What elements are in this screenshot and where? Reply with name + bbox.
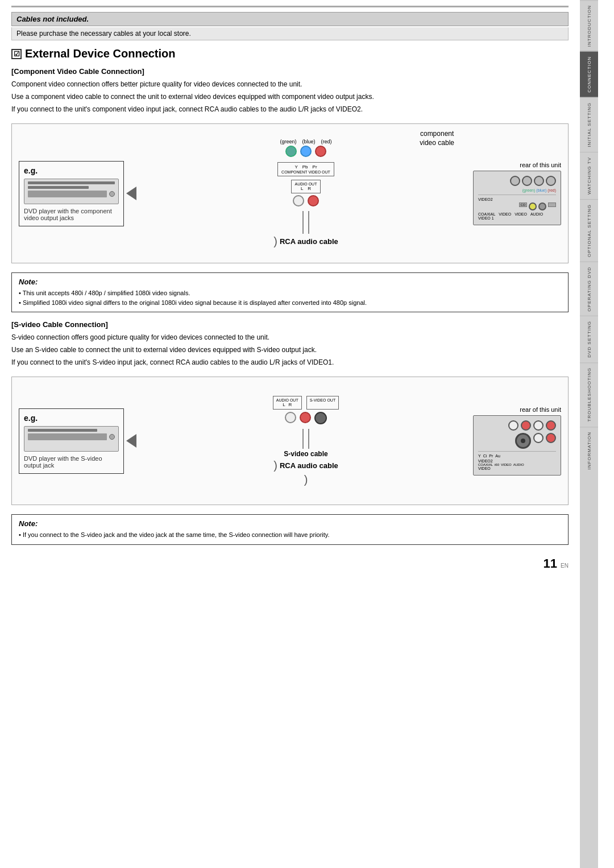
eg-label-component: e.g.	[24, 166, 119, 175]
rear-top-row	[478, 176, 556, 186]
section-checkbox-icon: ☑	[11, 49, 22, 59]
eg-box-component: e.g. DVD player with the component vi	[19, 161, 124, 226]
svideo-curved-bracket: )	[273, 459, 277, 472]
plug-blue	[300, 146, 312, 157]
r-label: R	[308, 186, 311, 191]
rca-cable-label: RCA audio cable	[280, 237, 338, 246]
y-label: Y	[294, 164, 297, 170]
audio-out-label: AUDIO OUT	[295, 182, 317, 186]
component-para2: Use a component video cable to connect t…	[11, 92, 569, 102]
svideo-out-label: S-VIDEO OUT	[310, 398, 336, 402]
svideo-heading-text: [S-video Cable Connection]	[11, 320, 108, 329]
cables-subtitle-text: Please purchase the necessary cables at …	[16, 30, 191, 38]
eg-label-svideo: e.g.	[24, 414, 119, 423]
rear-bottom-section: VIDEO2 CO COAXIALVIDEOVIDEOAUDIO VIDEO 1	[478, 195, 556, 220]
svideo-cable-lines	[302, 429, 309, 449]
component-heading-text: [Component Video Cable Connection]	[11, 67, 144, 76]
connector-blue	[300, 146, 312, 158]
note2-title: Note:	[19, 519, 561, 528]
cable-lines-down	[302, 211, 309, 234]
connector-red	[315, 146, 326, 158]
audio-out-svideo-box: AUDIO OUT L R	[273, 396, 302, 410]
dvd-player-svideo	[24, 426, 119, 452]
eg-box-svideo: e.g. DVD player with the S-video output …	[19, 408, 124, 474]
component-arrow	[126, 187, 136, 200]
curved-bracket: )	[273, 235, 277, 248]
page-number-area: 11 EN	[11, 556, 569, 571]
rear-unit-box-svideo: YCiPrAu VIDEO2 COAXIAL i60 VIDEO AUDIO V…	[473, 415, 561, 476]
note2-line: • If you connect to the S-video jack and…	[19, 530, 561, 540]
connector-white	[293, 195, 304, 208]
note-box-1: Note: • This unit accepts 480i / 480p / …	[11, 272, 569, 312]
section-heading: ☑ External Device Connection	[11, 47, 569, 60]
svideo-connector-black	[314, 412, 327, 425]
dvd-component-label: DVD player with the component video outp…	[24, 208, 119, 221]
note-box-2: Note: • If you connect to the S-video ja…	[11, 514, 569, 545]
audio-connectors	[293, 195, 319, 208]
svideo-para3: If you connect to the unit's S-video inp…	[11, 357, 569, 367]
rear-plug-1	[510, 176, 520, 186]
svideo-connector-red	[300, 412, 311, 425]
rear-color-labels: (green) (blue) (red)	[478, 188, 556, 192]
cables-banner: Cables not included.	[11, 12, 569, 26]
sidebar-information: INFORMATION	[580, 427, 598, 474]
sidebar-dvd-setting: DVD SETTING	[580, 316, 598, 362]
rear-label-component: rear of this unit	[473, 162, 561, 168]
svideo-subsection-heading: [S-video Cable Connection]	[11, 320, 569, 329]
component-connectors-top	[285, 146, 326, 158]
rear-label-svideo: rear of this unit	[473, 406, 561, 413]
cables-subtext: Please purchase the necessary cables at …	[11, 27, 569, 40]
plug-white	[293, 195, 304, 206]
rear-unit-component: rear of this unit (green) (blue)	[473, 162, 561, 225]
svideo-r-label: R	[289, 402, 292, 407]
page-locale: EN	[561, 563, 569, 569]
rear-plug-2	[522, 176, 532, 186]
rear-plug-3	[534, 176, 544, 186]
svideo-cables-center: AUDIO OUT L R S-VIDEO OUT	[139, 396, 473, 486]
svideo-connector-white	[285, 412, 296, 425]
note1-title: Note:	[19, 278, 561, 286]
cables-title: Cables not included.	[16, 15, 89, 23]
sidebar-connection: CONNECTION	[580, 51, 598, 97]
page-number: 11	[544, 556, 557, 571]
sidebar-troubleshooting: TROUBLESHOOTING	[580, 362, 598, 426]
dvd-svideo-label: DVD player with the S-video output jack	[24, 455, 119, 469]
audio-out-svideo-label: AUDIO OUT	[276, 398, 298, 402]
svideo-rear-svideo-row	[478, 433, 556, 449]
svideo-bracket-row: )	[304, 473, 308, 486]
right-sidebar: INTRODUCTION CONNECTION INITIAL SETTING …	[580, 0, 598, 868]
color-labels: (green) (blue) (red)	[280, 139, 331, 144]
svideo-boxes-row: AUDIO OUT L R S-VIDEO OUT	[273, 396, 339, 410]
plug-red2	[308, 195, 319, 206]
svideo-l-label: L	[283, 402, 285, 407]
svideo-rca-label-row: ) RCA audio cable	[273, 459, 338, 472]
l-label: L	[301, 186, 303, 191]
audio-out-box: AUDIO OUT L R	[291, 180, 321, 193]
rear-bottom-row1: CO	[478, 202, 556, 210]
pr-label: Pr	[313, 164, 317, 170]
svideo-rear-labels: YCiPrAu VIDEO2 COAXIAL i60 VIDEO AUDIO V…	[478, 451, 556, 470]
svideo-large-plug	[515, 433, 531, 449]
rear-plug-4	[546, 176, 556, 186]
sidebar-initial-setting: INITIAL SETTING	[580, 97, 598, 152]
top-decorative-line	[11, 6, 569, 7]
svideo-para1: S-video connection offers good picture q…	[11, 332, 569, 342]
svideo-plug-svideo	[314, 412, 327, 424]
component-diagram: componentvideo cable e.g.	[11, 123, 569, 263]
rear-unit-box-component: (green) (blue) (red) VIDEO2 CO	[473, 171, 561, 225]
dvd-player-illustration	[24, 179, 119, 204]
sidebar-optional-setting: OPTIONAL SETTING	[580, 199, 598, 262]
component-diagram-area: e.g. DVD player with the component vi	[19, 131, 561, 256]
svideo-out-box: S-VIDEO OUT	[306, 396, 339, 410]
svideo-rca-label: RCA audio cable	[280, 461, 338, 470]
lr-labels: L R	[295, 186, 317, 191]
section-title: External Device Connection	[25, 47, 176, 60]
rear-unit-svideo: rear of this unit	[473, 406, 561, 476]
sidebar-watching-tv: WATCHING TV	[580, 152, 598, 199]
svideo-diagram: e.g. DVD player with the S-video output …	[11, 377, 569, 505]
svideo-connectors-row	[285, 412, 327, 425]
sidebar-introduction: INTRODUCTION	[580, 0, 598, 51]
note1-line1: • This unit accepts 480i / 480p / simpli…	[19, 288, 561, 298]
svideo-plug-red	[300, 412, 311, 423]
red-label: (red)	[321, 139, 332, 144]
